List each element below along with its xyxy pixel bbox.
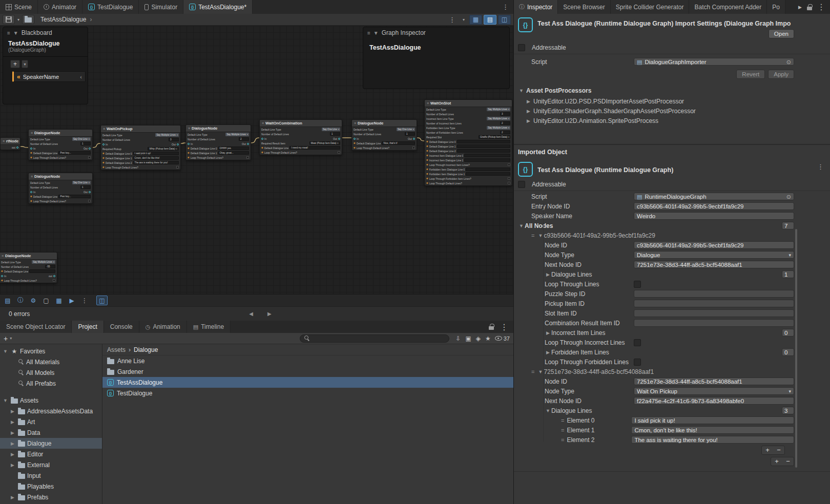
- graph-breadcrumb[interactable]: TestAssDialogue: [40, 16, 86, 23]
- property-label[interactable]: Forbidden Item Lines: [551, 349, 634, 356]
- chevron-down-icon[interactable]: ▼: [374, 30, 379, 36]
- console-panel-icon[interactable]: ▤: [2, 296, 13, 305]
- blackboard-panel[interactable]: ≡ ▼ Blackboard TestAssDialogue (Dialogue…: [3, 27, 88, 104]
- drag-handle-icon[interactable]: =: [561, 437, 564, 443]
- foldout-arrow-icon[interactable]: ▶: [9, 495, 16, 500]
- graph-node-waitonslot[interactable]: ≡WaitOnSlotDefault Line TypeSay Multiple…: [424, 99, 512, 186]
- string-port-icon[interactable]: «: [102, 152, 105, 155]
- asset-postprocessors-foldout[interactable]: ▼ Asset PostProcessors: [514, 82, 830, 96]
- node-collapse-icon[interactable]: ≡: [31, 175, 33, 178]
- node-checkbox[interactable]: [508, 182, 510, 184]
- create-asset-caret-icon[interactable]: ▾: [10, 336, 12, 341]
- inspector-scrollbar[interactable]: [795, 229, 797, 468]
- save-button[interactable]: [3, 15, 15, 24]
- kebab-icon[interactable]: ⋮: [497, 0, 513, 14]
- node-dropdown[interactable]: Say Multiple Lines▾: [487, 126, 510, 130]
- node-dropdown[interactable]: Say Multiple Lines▾: [487, 117, 510, 120]
- node-line-field[interactable]: [457, 149, 510, 153]
- postprocessor-unityeditor-u2d-animation-spritepostprocess[interactable]: ▶UnityEditor.U2D.Animation.SpritePostPro…: [514, 116, 830, 125]
- foldout-arrow-icon[interactable]: ▼: [518, 88, 525, 93]
- tree-item-all-models[interactable]: All Models: [0, 367, 102, 378]
- node-int-field[interactable]: 2: [500, 121, 510, 125]
- tree-item-prefabs[interactable]: ▶Prefabs: [0, 492, 102, 502]
- search-by-type-icon[interactable]: ▣: [465, 335, 471, 342]
- text-field[interactable]: c93b5606-401f-49a2-99b5-9ecbf1fa9c29: [634, 241, 794, 249]
- node-line-field[interactable]: I need my meat!: [289, 146, 340, 150]
- output-port[interactable]: Out: [408, 137, 415, 140]
- bool-port-icon[interactable]: «: [102, 166, 105, 169]
- graph-node-dialoguenode[interactable]: ≡DialogueNodeDefault Line TypeSay One Li…: [351, 119, 417, 151]
- bool-port-icon[interactable]: «: [30, 156, 32, 159]
- node-dropdown[interactable]: Say One Line▾: [72, 181, 91, 184]
- node-collapse-icon[interactable]: ≡: [262, 121, 264, 125]
- object-picker-icon[interactable]: ⊙: [786, 58, 791, 66]
- node-line-field[interactable]: [29, 269, 55, 273]
- foldout-arrow-icon[interactable]: ▼: [537, 369, 544, 374]
- favorites-icon[interactable]: ★: [485, 335, 491, 342]
- create-asset-button[interactable]: +: [4, 335, 8, 342]
- asset-item-testdialogue[interactable]: {}TestDialogue: [102, 388, 513, 398]
- node-dropdown[interactable]: Say Multiple Lines▾: [487, 108, 510, 111]
- foldout-arrow-icon[interactable]: ▶: [9, 409, 16, 414]
- node-int-field[interactable]: 3: [500, 112, 510, 116]
- remove-element-button[interactable]: −: [782, 457, 794, 466]
- text-field[interactable]: [634, 319, 794, 327]
- previous-error-button[interactable]: ◀: [249, 311, 253, 317]
- script-field[interactable]: ▤RuntimeDialogueGraph⊙: [634, 193, 794, 200]
- foldout-arrow-icon[interactable]: ▶: [545, 330, 551, 335]
- foldout-arrow-icon[interactable]: ▶: [525, 118, 532, 123]
- output-port[interactable]: Out: [333, 137, 340, 140]
- node-line-field[interactable]: OHHH yes.: [218, 146, 249, 150]
- string-port-icon[interactable]: «: [354, 142, 356, 145]
- editor-tab-simulator[interactable]: Simulator: [139, 0, 183, 14]
- tree-item-external[interactable]: ▶External: [0, 459, 102, 470]
- settings-icon[interactable]: ⚙: [28, 296, 39, 305]
- foldout-arrow-icon[interactable]: ▶: [9, 463, 16, 468]
- next-error-button[interactable]: ▶: [267, 311, 272, 317]
- grid-layout-icon[interactable]: ▦: [53, 296, 65, 305]
- bool-port-icon[interactable]: «: [426, 182, 428, 185]
- text-field[interactable]: The ass is waiting there for you!: [631, 436, 794, 444]
- node-line-field[interactable]: [457, 144, 510, 148]
- node-line-field[interactable]: I said pick it up!: [133, 152, 179, 155]
- inspector-tab-sprite-collider-generator[interactable]: Sprite Collider Generator: [611, 0, 690, 14]
- checkbox[interactable]: [634, 359, 641, 366]
- node-int-field[interactable]: 1: [405, 132, 415, 136]
- search-input[interactable]: [313, 335, 445, 342]
- node-checkbox[interactable]: [88, 156, 91, 159]
- string-port-icon[interactable]: «: [188, 152, 190, 155]
- string-port-icon[interactable]: «: [426, 154, 428, 157]
- string-port-icon[interactable]: «: [30, 195, 32, 198]
- array-size-field[interactable]: 7: [782, 222, 794, 229]
- graph-node-waitoncombination[interactable]: ≡WaitOnCombinationDefault Line TypeSay O…: [259, 119, 342, 155]
- node-line-field[interactable]: Psst boy...: [58, 195, 91, 198]
- checkbox[interactable]: [634, 281, 641, 288]
- node-int-field[interactable]: -55: [45, 265, 55, 268]
- kebab-icon[interactable]: ⋮: [815, 162, 826, 172]
- kebab-icon[interactable]: ⋮: [500, 322, 508, 332]
- string-port-icon[interactable]: «: [426, 173, 428, 176]
- graph-node-waitonpickup[interactable]: ≡WaitOnPickupDefault Line TypeSay Multip…: [100, 125, 181, 170]
- addressable-checkbox[interactable]: [518, 44, 525, 51]
- foldout-arrow-icon[interactable]: ▶: [525, 109, 532, 114]
- foldout-arrow-icon[interactable]: ▶: [545, 272, 551, 277]
- import-activity-icon[interactable]: ⇩: [455, 335, 461, 342]
- text-field[interactable]: [634, 309, 794, 317]
- node-line-field[interactable]: Nice, that's it!: [382, 141, 415, 145]
- array-size-field[interactable]: 3: [782, 407, 794, 414]
- node-collapse-icon[interactable]: ≡: [31, 131, 33, 135]
- graph-canvas[interactable]: ≡rtNodeout≡DialogueNodeDefault Line Type…: [0, 26, 513, 306]
- node-checkbox[interactable]: [88, 200, 91, 202]
- input-port[interactable]: In: [1, 275, 6, 278]
- string-port-icon[interactable]: «: [102, 157, 105, 160]
- string-port-icon[interactable]: «: [426, 140, 428, 143]
- graph-node-dialoguenode[interactable]: ≡DialogueNodeDefault Line TypeSay Multip…: [185, 124, 251, 160]
- node-int-field[interactable]: 2: [239, 137, 249, 141]
- lock-icon[interactable]: [489, 326, 494, 330]
- project-search[interactable]: [300, 334, 449, 343]
- bool-port-icon[interactable]: «: [426, 163, 428, 166]
- node-checkbox[interactable]: [176, 166, 179, 169]
- node-object-field[interactable]: Meat (Pickup Item Data)⊙: [309, 141, 340, 145]
- string-port-icon[interactable]: «: [426, 159, 428, 162]
- add-element-button[interactable]: +: [762, 446, 773, 454]
